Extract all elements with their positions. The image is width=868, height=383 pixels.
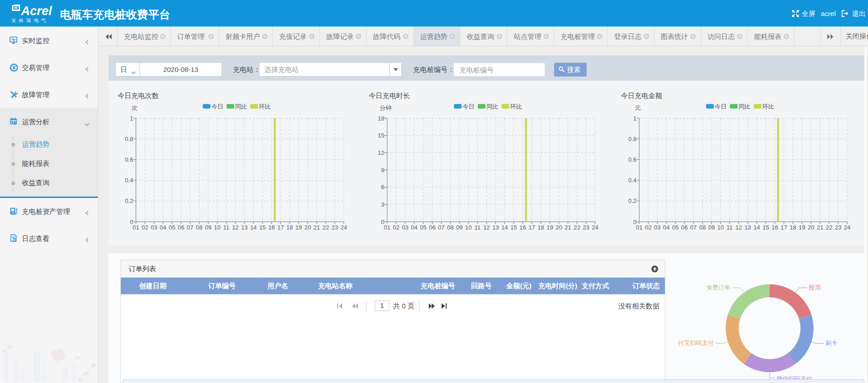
svg-text:今日充电金额: 今日充电金额: [621, 92, 662, 99]
svg-text:12: 12: [232, 224, 238, 231]
svg-text:21: 21: [313, 224, 320, 231]
svg-text:9: 9: [381, 167, 384, 174]
svg-text:21: 21: [565, 224, 571, 231]
svg-text:17: 17: [528, 224, 535, 231]
svg-text:元: 元: [635, 104, 641, 111]
svg-text:0.6: 0.6: [125, 156, 133, 163]
svg-text:0.4: 0.4: [125, 177, 133, 184]
svg-text:02: 02: [142, 224, 148, 231]
svg-text:01: 01: [636, 224, 642, 231]
svg-text:0.8: 0.8: [628, 136, 636, 142]
svg-text:免费订单: 免费订单: [706, 284, 730, 291]
svg-text:20: 20: [808, 224, 814, 231]
svg-text:09: 09: [205, 224, 211, 231]
svg-text:24: 24: [844, 224, 850, 231]
svg-text:03: 03: [402, 224, 408, 231]
svg-text:19: 19: [295, 224, 302, 231]
svg-text:07: 07: [187, 224, 193, 231]
svg-text:0.8: 0.8: [125, 136, 133, 142]
svg-text:09: 09: [456, 224, 463, 231]
svg-text:09: 09: [708, 224, 715, 231]
svg-text:付宝扫码支付: 付宝扫码支付: [678, 339, 714, 346]
svg-text:11: 11: [223, 224, 230, 231]
svg-text:18: 18: [378, 115, 384, 122]
svg-text:今日充电次数: 今日充电次数: [118, 92, 159, 99]
svg-text:14: 14: [754, 224, 760, 231]
svg-text:15: 15: [762, 224, 769, 231]
svg-text:12: 12: [735, 224, 742, 231]
svg-text:20: 20: [555, 224, 562, 231]
svg-text:22: 22: [574, 224, 580, 231]
svg-text:21: 21: [817, 224, 823, 231]
svg-text:24: 24: [340, 224, 347, 231]
svg-text:15: 15: [378, 132, 384, 139]
svg-text:0.2: 0.2: [628, 197, 636, 204]
svg-text:18: 18: [286, 224, 293, 231]
svg-text:23: 23: [835, 224, 841, 231]
svg-text:16: 16: [519, 224, 526, 231]
svg-text:同比: 同比: [486, 103, 498, 110]
svg-text:04: 04: [160, 224, 166, 231]
svg-text:19: 19: [798, 224, 805, 231]
svg-text:04: 04: [663, 224, 669, 231]
svg-text:01: 01: [133, 224, 139, 231]
svg-text:06: 06: [178, 224, 184, 231]
svg-text:02: 02: [393, 224, 399, 231]
svg-text:14: 14: [501, 224, 508, 231]
svg-text:06: 06: [681, 224, 688, 231]
svg-text:6: 6: [381, 184, 384, 191]
svg-text:次: 次: [132, 104, 138, 111]
svg-text:分钟: 分钟: [380, 104, 392, 111]
svg-text:24: 24: [592, 224, 598, 231]
svg-text:0.2: 0.2: [125, 197, 133, 204]
svg-text:17: 17: [277, 224, 284, 231]
svg-text:05: 05: [420, 224, 426, 231]
svg-text:08: 08: [196, 224, 202, 231]
svg-text:13: 13: [744, 224, 751, 231]
svg-text:11: 11: [727, 224, 733, 231]
svg-text:23: 23: [331, 224, 338, 231]
svg-text:11: 11: [474, 224, 481, 231]
svg-text:同比: 同比: [235, 103, 247, 110]
svg-text:同比: 同比: [739, 103, 750, 110]
svg-text:16: 16: [771, 224, 778, 231]
svg-text:今日: 今日: [715, 103, 727, 110]
svg-text:1: 1: [130, 115, 133, 122]
svg-text:环比: 环比: [762, 103, 774, 110]
svg-text:06: 06: [429, 224, 436, 231]
svg-text:08: 08: [699, 224, 706, 231]
svg-text:投币: 投币: [809, 284, 821, 291]
svg-text:01: 01: [384, 224, 390, 231]
svg-text:3: 3: [381, 201, 384, 208]
svg-text:23: 23: [582, 224, 589, 231]
svg-text:05: 05: [169, 224, 175, 231]
svg-text:15: 15: [259, 224, 265, 231]
svg-text:02: 02: [645, 224, 652, 231]
svg-text:18: 18: [538, 224, 544, 231]
svg-text:17: 17: [781, 224, 787, 231]
svg-text:22: 22: [323, 224, 329, 231]
svg-text:0.4: 0.4: [628, 177, 636, 184]
svg-text:08: 08: [447, 224, 453, 231]
svg-text:1: 1: [633, 115, 636, 122]
svg-text:10: 10: [214, 224, 221, 231]
svg-text:今日充电时长: 今日充电时长: [369, 92, 410, 99]
svg-text:05: 05: [672, 224, 679, 231]
svg-text:18: 18: [790, 224, 796, 231]
svg-text:环比: 环比: [510, 103, 522, 110]
svg-text:07: 07: [690, 224, 696, 231]
svg-text:14: 14: [250, 224, 257, 231]
svg-text:环比: 环比: [259, 103, 271, 110]
svg-text:13: 13: [241, 224, 248, 231]
svg-text:10: 10: [465, 224, 472, 231]
svg-text:03: 03: [151, 224, 157, 231]
svg-text:03: 03: [654, 224, 660, 231]
svg-text:今日: 今日: [463, 103, 474, 110]
svg-text:13: 13: [492, 224, 499, 231]
svg-text:刷卡: 刷卡: [825, 339, 837, 346]
svg-text:12: 12: [378, 149, 384, 156]
svg-text:07: 07: [438, 224, 444, 231]
svg-text:15: 15: [510, 224, 517, 231]
svg-text:0.6: 0.6: [628, 156, 636, 163]
svg-text:20: 20: [304, 224, 311, 231]
